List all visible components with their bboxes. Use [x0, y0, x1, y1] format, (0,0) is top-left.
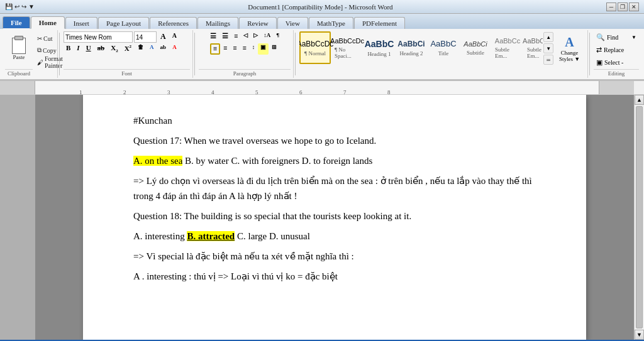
- style-subtitle-button[interactable]: AaBbCi Subtitle: [460, 31, 491, 64]
- select-button[interactable]: ▣ Select -: [594, 57, 639, 68]
- find-dropdown[interactable]: ▼: [631, 35, 636, 40]
- tab-home[interactable]: Home: [31, 16, 65, 29]
- redo-quick-icon[interactable]: ↪: [21, 3, 26, 10]
- save-quick-icon[interactable]: 💾: [5, 3, 13, 10]
- subscript-button[interactable]: X2: [108, 43, 120, 55]
- strikethrough-button[interactable]: ab: [95, 43, 108, 55]
- decrease-indent-button[interactable]: ◁: [241, 31, 250, 43]
- q18-answer-a: A. interesting: [133, 231, 187, 241]
- cut-label: Cut: [43, 35, 52, 42]
- superscript-button[interactable]: X2: [122, 43, 134, 55]
- line-spacing-button[interactable]: ↕: [250, 43, 258, 55]
- tab-references[interactable]: References: [150, 17, 197, 29]
- quick-access-toolbar[interactable]: 💾 ↩ ↪ ▼: [5, 3, 35, 10]
- find-label: Find: [607, 34, 618, 41]
- style-title-preview: AaBbC: [430, 39, 456, 48]
- paste-label: Paste: [13, 54, 25, 60]
- numbering-button[interactable]: ☰: [219, 31, 231, 43]
- style-subtitle-preview: AaBbCi: [464, 40, 487, 48]
- change-styles-button[interactable]: A ChangeStyles ▼: [554, 31, 585, 65]
- q17-answer-rest: B. by water C. with foreigners D. to for…: [182, 156, 372, 166]
- style-title-label: Title: [438, 50, 449, 57]
- multilevel-button[interactable]: ≡: [231, 31, 240, 43]
- tab-review[interactable]: Review: [239, 17, 277, 29]
- copy-label: Copy: [43, 47, 57, 54]
- restore-button[interactable]: ❐: [618, 3, 628, 11]
- align-left-button[interactable]: ≡: [210, 43, 220, 55]
- styles-group: AaBbCcDc ¶ Normal AaBbCcDc ¶ No Spaci...…: [297, 30, 588, 78]
- q17-explanation-text: => Lý do chọn vì overseas là đi du lịch …: [133, 176, 532, 201]
- q18-question-text: Question 18: The building is so special …: [133, 211, 411, 221]
- doc-heading: #Kunchan: [133, 114, 536, 128]
- tab-mailings[interactable]: Mailings: [197, 17, 238, 29]
- style-subtle2-preview: AaBbCcDc: [523, 37, 543, 45]
- borders-button[interactable]: ⊞: [269, 43, 279, 55]
- left-margin-bar: [0, 95, 35, 340]
- window-controls[interactable]: ─ ❐ ✕: [606, 3, 639, 11]
- tab-insert[interactable]: Insert: [65, 17, 97, 29]
- style-title-button[interactable]: AaBbC Title: [428, 31, 459, 64]
- tab-view[interactable]: View: [277, 17, 308, 29]
- scroll-thumb[interactable]: [636, 106, 643, 328]
- font-format-row: B I U ab X2 X2 🗑 A ab A: [64, 43, 190, 55]
- text-highlight-button[interactable]: ab: [158, 43, 169, 55]
- bold-button[interactable]: B: [64, 43, 73, 55]
- style-no-spacing-button[interactable]: AaBbCcDc ¶ No Spaci...: [331, 31, 363, 64]
- italic-button[interactable]: I: [74, 43, 82, 55]
- scroll-up-button[interactable]: ▲: [635, 95, 644, 105]
- ribbon-content: Paste Clipboard ✂ Cut ⧉ Copy 🖌 Format Pa…: [0, 29, 644, 80]
- clear-format-button[interactable]: 🗑: [135, 43, 146, 55]
- q18-explanation1: => Vì special là đặc biệt mà nếu ta xét …: [133, 249, 536, 264]
- align-center-button[interactable]: ≡: [221, 43, 230, 55]
- tab-mathtype[interactable]: MathType: [309, 17, 353, 29]
- select-label: Select -: [604, 59, 623, 66]
- sep2: [194, 33, 195, 75]
- font-name-input[interactable]: [64, 31, 133, 43]
- style-heading2-button[interactable]: AaBbCi Heading 2: [396, 31, 427, 64]
- grow-font-button[interactable]: A: [158, 31, 169, 43]
- paste-icon: [9, 34, 28, 54]
- font-color-button[interactable]: A: [170, 43, 179, 55]
- text-effect-button[interactable]: A: [147, 43, 157, 55]
- undo-quick-icon[interactable]: ↩: [14, 3, 19, 10]
- q17-answers: A. on the sea B. by water C. with foreig…: [133, 153, 536, 168]
- sort-button[interactable]: ↕A: [261, 31, 273, 43]
- tab-file[interactable]: File: [3, 16, 30, 29]
- underline-button[interactable]: U: [84, 43, 94, 55]
- styles-scroll-arrows: ▲ ▼ ═: [543, 31, 553, 65]
- close-button[interactable]: ✕: [629, 3, 639, 11]
- style-normal-button[interactable]: AaBbCcDc ¶ Normal: [299, 31, 331, 64]
- style-h2-preview: AaBbCi: [397, 40, 425, 48]
- q17-question: Question 17: When we travel overseas we …: [133, 133, 536, 148]
- customize-quick-icon[interactable]: ▼: [28, 3, 35, 10]
- sep3: [295, 33, 296, 75]
- show-marks-button[interactable]: ¶: [274, 31, 282, 43]
- styles-scroll-down-button[interactable]: ▼: [543, 43, 553, 53]
- style-subtle-em-button[interactable]: AaBbCc Subtle Em...: [492, 31, 523, 64]
- format-painter-label: Format Painter: [45, 55, 63, 69]
- align-right-button[interactable]: ≡: [230, 43, 239, 55]
- find-button[interactable]: 🔍 Find ▼: [594, 31, 639, 43]
- scroll-down-button[interactable]: ▼: [635, 330, 644, 340]
- tab-page-layout[interactable]: Page Layout: [98, 17, 149, 29]
- main-area: #Kunchan Question 17: When we travel ove…: [0, 95, 644, 340]
- font-size-input[interactable]: [134, 31, 157, 43]
- increase-indent-button[interactable]: ▷: [251, 31, 260, 43]
- styles-expand-button[interactable]: ═: [543, 55, 553, 65]
- shading-button[interactable]: ▣: [258, 43, 269, 55]
- style-nospace-label: ¶ No Spaci...: [335, 46, 360, 59]
- style-subtle-em2-button[interactable]: AaBbCcDc Subtle Em...: [524, 31, 543, 64]
- tab-pdfelement[interactable]: PDFelement: [354, 17, 405, 29]
- style-heading1-button[interactable]: AaBbC Heading 1: [364, 31, 395, 64]
- shrink-font-button[interactable]: A: [170, 31, 179, 43]
- styles-scroll-up-button[interactable]: ▲: [543, 32, 553, 42]
- replace-button[interactable]: ⇄ Replace: [594, 44, 639, 56]
- minimize-button[interactable]: ─: [606, 3, 616, 11]
- paste-button[interactable]: Paste: [5, 31, 33, 63]
- vertical-scrollbar[interactable]: ▲ ▼: [634, 95, 644, 340]
- ruler-scroll: [634, 81, 644, 94]
- justify-button[interactable]: ≡: [240, 43, 249, 55]
- sep1: [59, 33, 60, 75]
- bullets-button[interactable]: ☰: [208, 31, 219, 43]
- q18-explanation2-text: A . interesting : thú vị => Loại vì thú …: [133, 271, 338, 281]
